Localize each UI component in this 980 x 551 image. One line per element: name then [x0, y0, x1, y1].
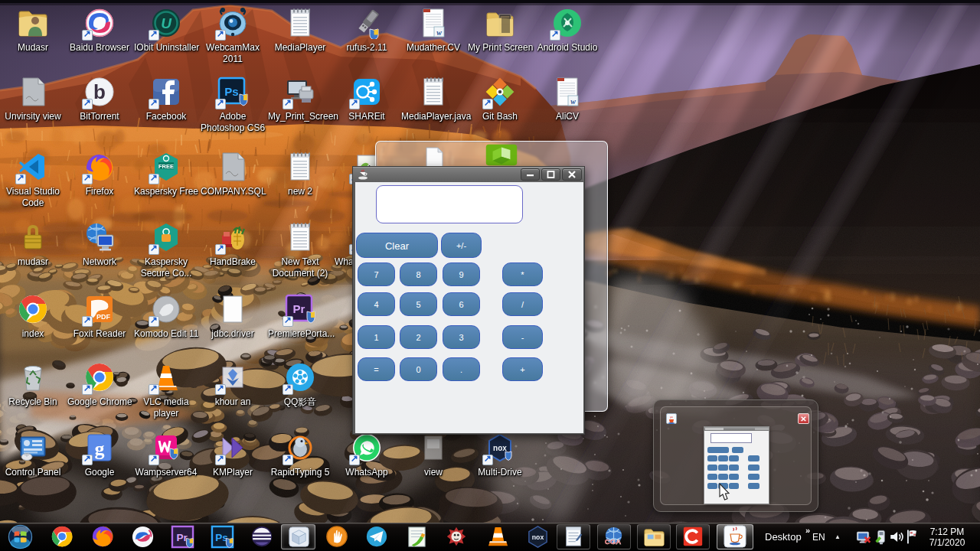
svg-text:FREE: FREE	[158, 163, 174, 170]
svg-text:U: U	[161, 15, 172, 31]
svg-text:PDF: PDF	[96, 313, 111, 321]
svg-text:b: b	[93, 80, 106, 103]
svg-text:w: w	[570, 97, 576, 106]
svg-text:nox: nox	[532, 533, 544, 541]
svg-text:w: w	[436, 28, 442, 37]
svg-text:Pr: Pr	[293, 302, 305, 315]
svg-text:g: g	[95, 438, 105, 460]
svg-text:Ps: Ps	[224, 85, 238, 98]
svg-text:CGA: CGA	[605, 537, 622, 546]
